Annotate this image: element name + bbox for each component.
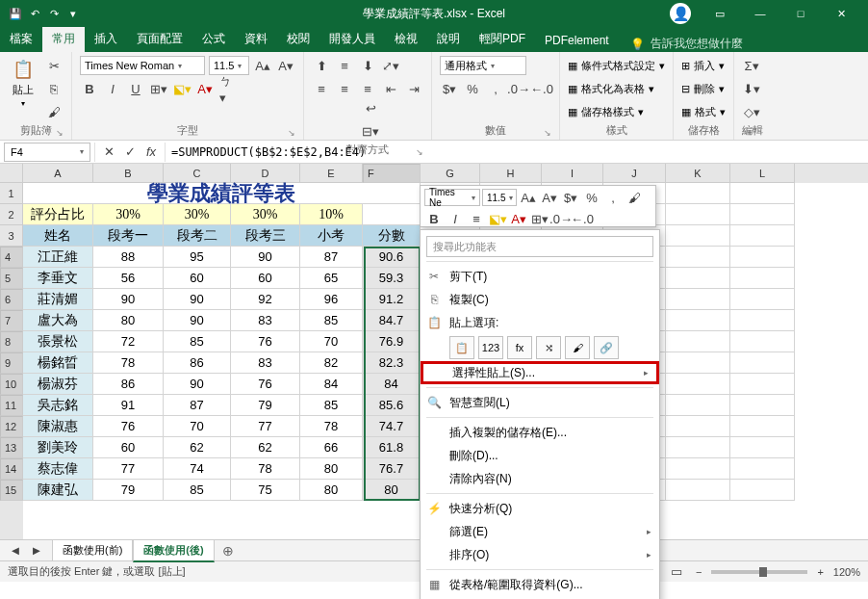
cell[interactable] xyxy=(730,416,795,437)
cell[interactable] xyxy=(666,310,730,331)
zoom-out-icon[interactable]: − xyxy=(696,566,702,578)
format-painter-icon[interactable]: 🖌 xyxy=(44,102,64,121)
menu-search[interactable]: 搜尋此功能表 xyxy=(426,236,653,257)
tell-me[interactable]: 💡告訴我您想做什麼 xyxy=(630,36,743,52)
clear-icon[interactable]: ◇▾ xyxy=(742,102,761,121)
mini-grow-icon[interactable]: A▴ xyxy=(519,188,538,207)
cell[interactable]: 84 xyxy=(300,374,363,395)
cell[interactable]: 77 xyxy=(231,416,300,437)
tab-home[interactable]: 常用 xyxy=(42,26,85,52)
cell[interactable]: 陳淑惠 xyxy=(23,416,93,437)
align-left-icon[interactable]: ≡ xyxy=(312,79,331,98)
row-header-6[interactable]: 6 xyxy=(0,289,23,310)
cell[interactable] xyxy=(730,247,795,268)
tab-data[interactable]: 資料 xyxy=(235,26,277,52)
fill-color-icon[interactable]: ⬕▾ xyxy=(172,79,191,98)
menu-smart-lookup[interactable]: 🔍智慧查閱(L) xyxy=(421,391,659,414)
cell[interactable]: 85 xyxy=(164,480,231,501)
cell[interactable]: 92 xyxy=(231,289,300,310)
cell[interactable]: 87 xyxy=(300,247,363,268)
cell[interactable] xyxy=(666,352,730,374)
indent-inc-icon[interactable]: ⇥ xyxy=(404,79,423,98)
cell[interactable]: 61.8 xyxy=(363,437,421,458)
title-cell[interactable]: 學業成績評等表 xyxy=(23,183,421,204)
row-header-10[interactable]: 10 xyxy=(0,374,23,395)
menu-paste-special[interactable]: 選擇性貼上(S)...▸ xyxy=(421,361,659,384)
cell[interactable]: 30% xyxy=(164,204,231,225)
insert-button[interactable]: ⊞ 插入 ▾ xyxy=(681,56,725,75)
tab-pdf2[interactable]: PDFelement xyxy=(535,29,619,52)
align-bottom-icon[interactable]: ⬇ xyxy=(358,56,377,75)
mini-italic-icon[interactable]: I xyxy=(446,209,465,228)
row-header-12[interactable]: 12 xyxy=(0,416,23,437)
cell[interactable] xyxy=(666,183,730,204)
cell[interactable] xyxy=(666,395,730,416)
minimize-icon[interactable]: — xyxy=(741,0,779,27)
cell[interactable]: 86 xyxy=(93,374,164,395)
qat-dropdown-icon[interactable]: ▾ xyxy=(65,6,81,21)
cell[interactable]: 30% xyxy=(231,204,300,225)
cell[interactable] xyxy=(666,247,730,268)
mini-dec-icon[interactable]: .0→ xyxy=(551,209,571,228)
cell[interactable]: 86 xyxy=(164,352,231,374)
cell[interactable]: 60 xyxy=(231,268,300,289)
menu-delete[interactable]: 刪除(D)... xyxy=(421,444,659,467)
name-box[interactable]: F4▾ xyxy=(4,143,90,162)
cell[interactable]: 60 xyxy=(164,268,231,289)
cell[interactable] xyxy=(666,268,730,289)
mini-inc-icon[interactable]: ←.0 xyxy=(573,209,592,228)
cell[interactable]: 評分占比 xyxy=(23,204,93,225)
indent-dec-icon[interactable]: ⇤ xyxy=(381,79,400,98)
select-all-corner[interactable] xyxy=(0,164,23,183)
tab-review[interactable]: 校閱 xyxy=(277,26,319,52)
tab-help[interactable]: 說明 xyxy=(427,26,470,52)
row-header-11[interactable]: 11 xyxy=(0,395,23,416)
row-header-8[interactable]: 8 xyxy=(0,331,23,352)
cell[interactable]: 段考三 xyxy=(231,225,300,247)
user-avatar[interactable]: 👤 xyxy=(670,3,691,24)
cell[interactable]: 80 xyxy=(93,310,164,331)
cell[interactable]: 80 xyxy=(300,480,363,501)
sheet-nav-next[interactable]: ► xyxy=(27,541,46,560)
cell[interactable] xyxy=(666,416,730,437)
cell[interactable] xyxy=(730,310,795,331)
cell[interactable]: 76.9 xyxy=(363,331,421,352)
cell[interactable]: 段考二 xyxy=(164,225,231,247)
cell[interactable]: 91 xyxy=(93,395,164,416)
paste-opt-format[interactable]: 🖌 xyxy=(565,336,590,359)
cell[interactable]: 75 xyxy=(231,480,300,501)
col-header-G[interactable]: G xyxy=(421,164,480,183)
mini-shrink-icon[interactable]: A▾ xyxy=(540,188,559,207)
cell[interactable]: 95 xyxy=(164,247,231,268)
orientation-icon[interactable]: ⤢▾ xyxy=(381,56,400,75)
cell[interactable]: 85.6 xyxy=(363,395,421,416)
cell[interactable]: 80 xyxy=(300,458,363,480)
tab-pdf1[interactable]: 輕閱PDF xyxy=(470,26,535,52)
cell[interactable]: 段考一 xyxy=(93,225,164,247)
cell[interactable] xyxy=(730,395,795,416)
align-launcher-icon[interactable]: ↘ xyxy=(416,147,423,157)
cell[interactable] xyxy=(730,204,795,225)
paste-opt-formula[interactable]: fx xyxy=(507,336,532,359)
fill-icon[interactable]: ⬇▾ xyxy=(742,79,761,98)
cell[interactable]: 77 xyxy=(93,458,164,480)
ribbon-options-icon[interactable]: ▭ xyxy=(701,0,739,27)
menu-from-range[interactable]: ▦從表格/範圍取得資料(G)... xyxy=(421,573,659,596)
wrap-text-icon[interactable]: ↩ xyxy=(318,98,423,117)
cell[interactable] xyxy=(730,437,795,458)
mini-font-select[interactable]: Times Ne▾ xyxy=(424,189,480,206)
cell[interactable] xyxy=(666,204,730,225)
enter-formula-icon[interactable]: ✓ xyxy=(120,143,140,162)
cell[interactable]: 83 xyxy=(231,310,300,331)
cell[interactable]: 蔡志偉 xyxy=(23,458,93,480)
cell[interactable] xyxy=(730,352,795,374)
cell[interactable]: 10% xyxy=(300,204,363,225)
row-header-13[interactable]: 13 xyxy=(0,437,23,458)
cancel-formula-icon[interactable]: ✕ xyxy=(99,143,118,162)
cell[interactable] xyxy=(666,480,730,501)
merge-icon[interactable]: ⊟▾ xyxy=(318,121,423,141)
paste-button[interactable]: 📋 貼上▾ xyxy=(8,56,38,110)
cell[interactable] xyxy=(666,225,730,247)
menu-insert-copied[interactable]: 插入複製的儲存格(E)... xyxy=(421,421,659,444)
cell[interactable] xyxy=(730,331,795,352)
